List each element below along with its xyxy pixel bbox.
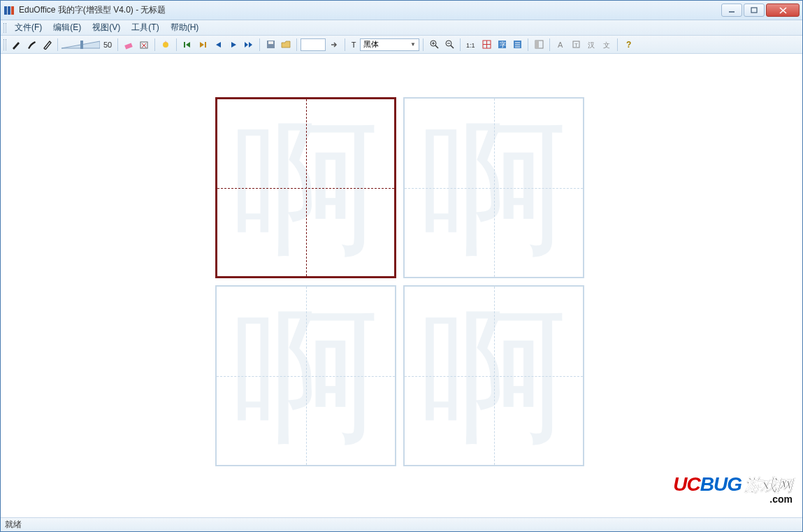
- layout-icon[interactable]: [532, 38, 546, 52]
- first-icon[interactable]: [180, 38, 194, 52]
- separator: [423, 38, 424, 51]
- thickness-value: 50: [101, 41, 114, 49]
- svg-marker-18: [216, 42, 221, 48]
- statusbar: 就绪: [1, 517, 802, 531]
- svg-rect-14: [184, 42, 185, 48]
- eraser-icon[interactable]: [122, 38, 136, 52]
- svg-rect-1: [8, 6, 10, 15]
- practice-cell-3[interactable]: 啊: [215, 285, 396, 466]
- svg-rect-8: [80, 41, 83, 49]
- svg-line-29: [451, 45, 454, 48]
- svg-marker-17: [200, 42, 204, 48]
- pen-tool-icon[interactable]: [9, 38, 23, 52]
- char-mode-icon[interactable]: 字: [495, 38, 509, 52]
- svg-line-25: [435, 45, 438, 48]
- svg-text:汉: 汉: [588, 41, 595, 49]
- svg-marker-15: [186, 42, 190, 48]
- thickness-slider[interactable]: [62, 40, 100, 50]
- menubar: 文件(F) 编辑(E) 视图(V) 工具(T) 帮助(H): [1, 20, 802, 36]
- calligraphy-tool-icon[interactable]: [40, 38, 54, 52]
- svg-rect-9: [124, 43, 132, 49]
- char-input[interactable]: [301, 38, 326, 51]
- font-select[interactable]: 黑体 ▼: [360, 38, 419, 51]
- menu-help[interactable]: 帮助(H): [165, 20, 205, 35]
- svg-marker-20: [245, 42, 248, 48]
- svg-rect-4: [751, 8, 757, 13]
- svg-text:字: 字: [500, 41, 506, 48]
- save-icon[interactable]: [263, 38, 277, 52]
- separator: [345, 38, 345, 51]
- input-go-icon[interactable]: [327, 38, 341, 52]
- font-name-label: 黑体: [363, 39, 379, 50]
- separator: [528, 38, 528, 51]
- font-prefix-label: T: [349, 41, 359, 49]
- window-title: EduOffice 我的字(增强型 V4.0) - 无标题: [19, 4, 166, 16]
- separator: [296, 38, 297, 51]
- zoom-out-icon[interactable]: [442, 38, 456, 52]
- text-icon[interactable]: 文: [600, 38, 614, 52]
- separator: [460, 38, 461, 51]
- svg-text:?: ?: [626, 40, 631, 49]
- svg-point-13: [163, 42, 168, 48]
- status-text: 就绪: [5, 519, 22, 531]
- clear-icon[interactable]: [137, 38, 151, 52]
- practice-cell-1[interactable]: 啊: [215, 97, 396, 278]
- svg-text:文: 文: [603, 41, 610, 49]
- close-button[interactable]: [766, 3, 800, 17]
- separator: [57, 38, 58, 51]
- watermark-cn: 游戏网: [744, 475, 793, 494]
- toolbar-grip: [3, 39, 6, 50]
- separator: [259, 38, 260, 51]
- separator: [176, 38, 177, 51]
- chinese-icon[interactable]: 汉: [584, 38, 598, 52]
- practice-cell-2[interactable]: 啊: [403, 97, 584, 278]
- watermark-bug: BUG: [700, 473, 741, 495]
- toolbar: 50: [1, 36, 802, 54]
- maximize-button[interactable]: [744, 3, 765, 17]
- last-icon[interactable]: [196, 38, 210, 52]
- menubar-grip: [3, 23, 6, 33]
- menu-tools[interactable]: 工具(T): [126, 20, 164, 35]
- zoom-in-icon[interactable]: [427, 38, 441, 52]
- watermark-dotcom: .com: [673, 494, 793, 505]
- practice-grid: 啊 啊 啊 啊: [215, 97, 584, 466]
- list-mode-icon[interactable]: [510, 38, 524, 52]
- menu-file[interactable]: 文件(F): [9, 20, 48, 35]
- separator: [154, 38, 155, 51]
- zoom-reset-icon[interactable]: 1:1: [464, 38, 478, 52]
- svg-marker-19: [231, 42, 236, 48]
- watermark: UCBUG游戏网 .com: [673, 473, 793, 505]
- svg-text:A: A: [558, 41, 563, 49]
- app-icon: [3, 5, 15, 16]
- format-icon[interactable]: T: [569, 38, 583, 52]
- practice-cell-4[interactable]: 啊: [403, 285, 584, 466]
- fast-forward-icon[interactable]: [242, 38, 256, 52]
- svg-rect-42: [535, 41, 539, 48]
- guide-vline: [494, 287, 495, 465]
- help-icon[interactable]: ?: [621, 38, 635, 52]
- magic-icon[interactable]: [159, 38, 173, 52]
- prev-icon[interactable]: [211, 38, 225, 52]
- menu-view[interactable]: 视图(V): [87, 20, 126, 35]
- minimize-button[interactable]: [721, 3, 742, 17]
- separator: [549, 38, 550, 51]
- svg-text:1:1: 1:1: [466, 42, 475, 49]
- svg-text:T: T: [574, 42, 578, 48]
- svg-marker-21: [249, 42, 252, 48]
- svg-rect-23: [268, 41, 273, 44]
- canvas-area[interactable]: 啊 啊 啊 啊 UCBUG游戏网: [1, 54, 802, 517]
- play-icon[interactable]: [226, 38, 240, 52]
- svg-rect-0: [4, 6, 7, 15]
- brush-tool-icon[interactable]: [24, 38, 38, 52]
- svg-rect-16: [205, 42, 206, 48]
- titlebar: EduOffice 我的字(增强型 V4.0) - 无标题: [1, 1, 802, 20]
- separator: [617, 38, 618, 51]
- menu-edit[interactable]: 编辑(E): [48, 20, 87, 35]
- separator: [117, 38, 118, 51]
- guide-vline: [306, 99, 307, 276]
- watermark-uc: UC: [673, 473, 700, 495]
- grid-toggle-icon[interactable]: [479, 38, 493, 52]
- dropdown-icon: ▼: [410, 41, 416, 48]
- open-icon[interactable]: [279, 38, 293, 52]
- text-a-icon[interactable]: A: [554, 38, 567, 52]
